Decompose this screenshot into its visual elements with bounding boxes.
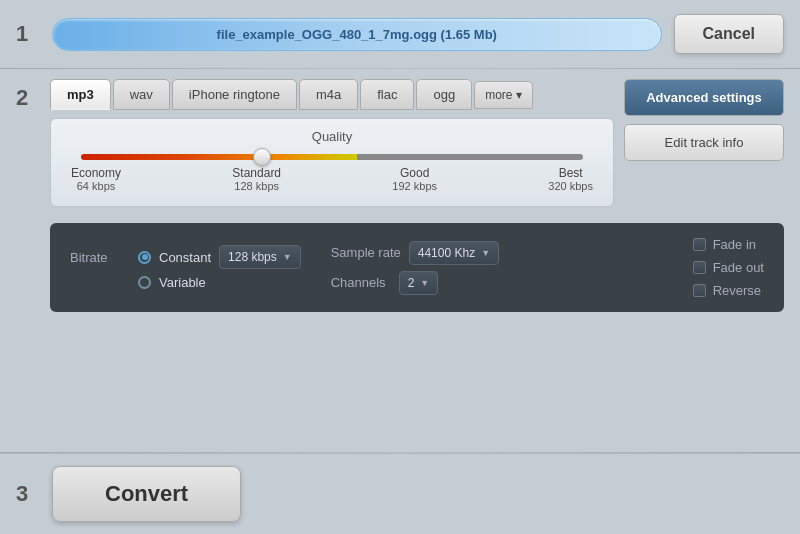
- bitrate-label-row: Bitrate Constant 128 kbps: [70, 245, 301, 269]
- sample-rate-label: Sample rate: [331, 245, 401, 260]
- tab-mp3[interactable]: mp3: [50, 79, 111, 110]
- main-container: 1 file_example_OGG_480_1_7mg.ogg (1.65 M…: [0, 0, 800, 534]
- reverse-row: Reverse: [693, 283, 764, 298]
- section-3: 3 Convert: [0, 453, 800, 534]
- fade-out-label: Fade out: [713, 260, 764, 275]
- quality-economy: Economy 64 kbps: [71, 166, 121, 192]
- section-1: 1 file_example_OGG_480_1_7mg.ogg (1.65 M…: [0, 0, 800, 68]
- quality-standard: Standard 128 kbps: [232, 166, 281, 192]
- tab-ogg[interactable]: ogg: [416, 79, 472, 110]
- constant-radio[interactable]: [138, 251, 151, 264]
- format-tabs: mp3 wav iPhone ringtone m4a flac ogg mor…: [50, 79, 614, 110]
- advanced-settings-button[interactable]: Advanced settings: [624, 79, 784, 116]
- quality-best: Best 320 kbps: [548, 166, 593, 192]
- advanced-panel: Advanced settings Edit track info: [624, 79, 784, 161]
- sample-channels-group: Sample rate 44100 Khz Channels 2: [331, 241, 499, 295]
- variable-radio[interactable]: [138, 276, 151, 289]
- bitrate-group: Bitrate Constant 128 kbps Variable: [70, 245, 301, 290]
- tab-iphone-ringtone[interactable]: iPhone ringtone: [172, 79, 297, 110]
- bitrate-label: Bitrate: [70, 250, 130, 265]
- sample-rate-dropdown[interactable]: 44100 Khz: [409, 241, 499, 265]
- quality-title: Quality: [71, 129, 593, 144]
- effects-group: Fade in Fade out Reverse: [693, 237, 764, 298]
- file-name-bar: file_example_OGG_480_1_7mg.ogg (1.65 Mb): [52, 18, 662, 51]
- fade-in-checkbox[interactable]: [693, 238, 706, 251]
- empty-space: [0, 320, 800, 452]
- bitrate-dropdown[interactable]: 128 kbps: [219, 245, 301, 269]
- constant-row: Constant 128 kbps: [138, 245, 301, 269]
- tab-flac[interactable]: flac: [360, 79, 414, 110]
- quality-slider-track[interactable]: [81, 154, 583, 160]
- tab-more[interactable]: more ▾: [474, 81, 533, 109]
- format-panel: mp3 wav iPhone ringtone m4a flac ogg mor…: [50, 79, 614, 207]
- step-1-number: 1: [16, 21, 40, 47]
- fade-in-label: Fade in: [713, 237, 756, 252]
- quality-good: Good 192 kbps: [392, 166, 437, 192]
- fade-out-row: Fade out: [693, 260, 764, 275]
- tab-m4a[interactable]: m4a: [299, 79, 358, 110]
- quality-labels: Economy 64 kbps Standard 128 kbps Good 1…: [71, 166, 593, 192]
- constant-label: Constant: [159, 250, 211, 265]
- convert-button[interactable]: Convert: [52, 466, 241, 522]
- channels-row: Channels 2: [331, 271, 499, 295]
- variable-row: Variable: [70, 275, 301, 290]
- step-3-number: 3: [16, 481, 40, 507]
- tab-wav[interactable]: wav: [113, 79, 170, 110]
- options-panel: Bitrate Constant 128 kbps Variable: [50, 223, 784, 312]
- quality-slider-thumb[interactable]: [253, 148, 271, 166]
- sample-rate-row: Sample rate 44100 Khz: [331, 241, 499, 265]
- fade-out-checkbox[interactable]: [693, 261, 706, 274]
- cancel-button[interactable]: Cancel: [674, 14, 784, 54]
- reverse-checkbox[interactable]: [693, 284, 706, 297]
- quality-panel: Quality Economy 64 kbps Standard 128 kbp…: [50, 118, 614, 207]
- edit-track-button[interactable]: Edit track info: [624, 124, 784, 161]
- step-2-number: 2: [16, 85, 40, 111]
- reverse-label: Reverse: [713, 283, 761, 298]
- quality-slider-container: [81, 154, 583, 160]
- channels-label: Channels: [331, 275, 391, 290]
- fade-in-row: Fade in: [693, 237, 764, 252]
- variable-label: Variable: [159, 275, 206, 290]
- channels-dropdown[interactable]: 2: [399, 271, 439, 295]
